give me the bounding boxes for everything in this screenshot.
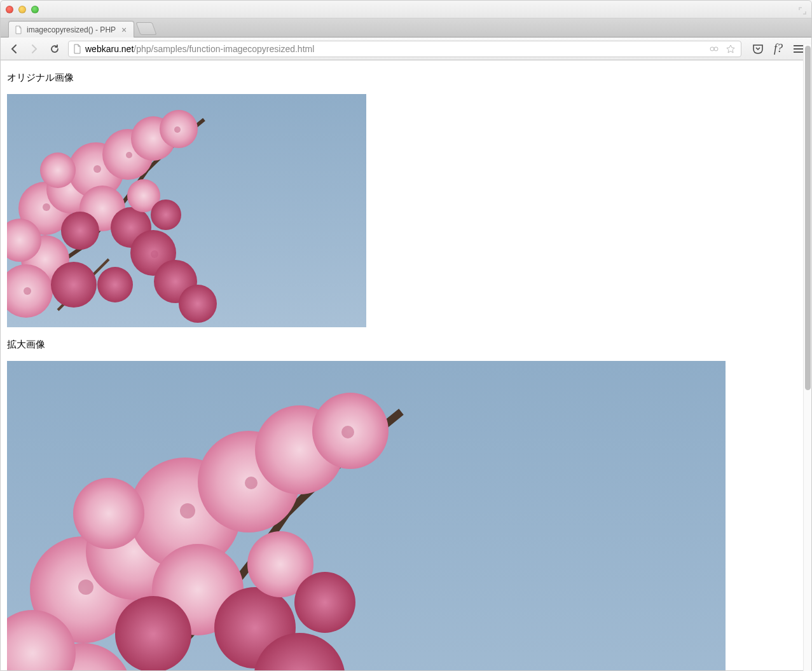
svg-point-25 [126,152,132,158]
svg-point-49 [73,478,144,549]
svg-point-19 [97,267,133,302]
svg-point-16 [51,262,97,308]
new-tab-button[interactable] [135,22,156,35]
label-enlarged: 拡大画像 [7,339,805,351]
vertical-scrollbar[interactable] [803,44,811,671]
tab-close-icon[interactable]: × [120,25,128,34]
traffic-lights [6,6,39,13]
svg-point-52 [245,477,258,489]
forward-button[interactable] [27,42,41,56]
svg-point-48 [294,572,355,633]
toolbar: webkaru.net/php/samples/function-imageco… [1,37,811,60]
titlebar [1,1,811,18]
url-path: /php/samples/function-imagecopyresized.h… [134,44,314,54]
svg-point-22 [40,152,76,188]
close-window-button[interactable] [6,6,13,13]
label-original: オリジナル画像 [7,72,805,84]
hamburger-icon [794,45,804,53]
address-bar[interactable]: webkaru.net/php/samples/function-imageco… [68,41,741,57]
back-button[interactable] [7,42,21,56]
scroll-thumb[interactable] [805,46,811,390]
page-favicon-icon [14,25,23,34]
bookmark-star-icon[interactable] [724,43,737,55]
reload-button[interactable] [48,42,62,56]
svg-point-50 [78,580,93,595]
enlarged-image [7,361,726,670]
page-content: オリジナル画像 [1,60,811,670]
maximize-window-button[interactable] [31,6,39,13]
svg-point-26 [151,250,158,258]
browser-tab[interactable]: imagecopyresized() - PHP × [8,21,134,37]
page-icon [72,44,81,54]
svg-point-55 [341,426,354,438]
svg-point-0 [710,47,714,51]
svg-point-1 [714,47,718,51]
tab-title: imagecopyresized() - PHP [27,25,116,34]
svg-point-28 [174,126,181,133]
permissions-icon[interactable] [708,43,720,55]
svg-point-18 [61,212,99,250]
tab-bar: imagecopyresized() - PHP × [1,18,811,37]
toolbar-actions: f? [752,43,805,55]
svg-point-23 [43,203,50,211]
svg-point-24 [93,165,101,173]
fullscreen-icon[interactable] [799,6,806,13]
svg-point-45 [115,596,191,670]
url-text: webkaru.net/php/samples/function-imageco… [85,44,704,54]
svg-point-13 [179,285,217,323]
pocket-icon[interactable] [752,43,764,55]
browser-window: imagecopyresized() - PHP × webkaru.net/p… [0,0,812,671]
svg-point-27 [24,287,31,295]
extension-icon[interactable]: f? [772,43,785,55]
svg-point-51 [180,503,195,518]
original-image [7,94,366,327]
minimize-window-button[interactable] [18,6,26,13]
url-domain: webkaru.net [85,44,134,54]
svg-point-21 [151,200,181,230]
